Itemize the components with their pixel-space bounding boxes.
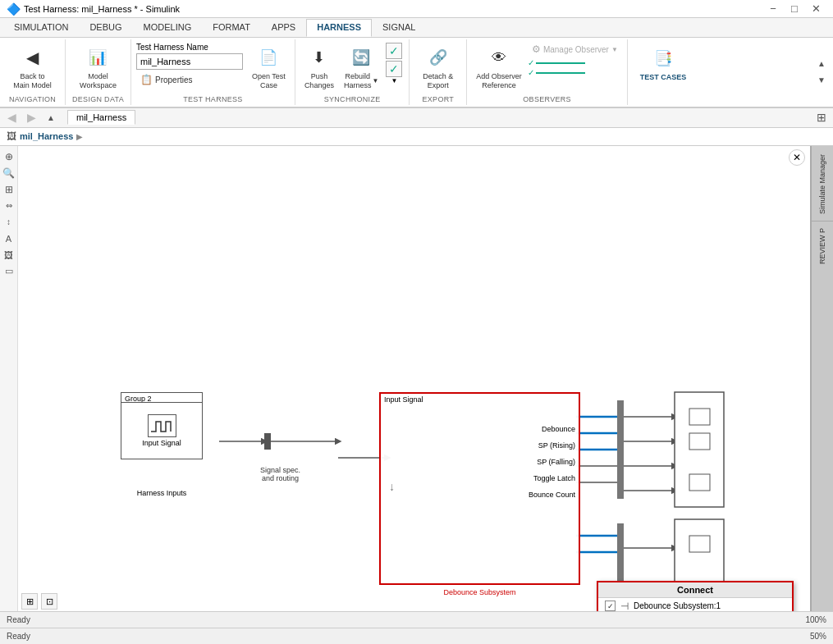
down-arrow-icon: ↓ (389, 480, 395, 493)
tab-format[interactable]: FORMAT (202, 19, 261, 37)
left-tb-text-icon[interactable]: A (2, 231, 16, 246)
test-cases-icon: 📑 (650, 45, 676, 71)
back-to-main-model-button[interactable]: ◀ Back toMain Model (9, 41, 56, 94)
manage-observer-button[interactable]: ⚙ Manage Observer ▼ (528, 41, 622, 57)
grid-icon-button[interactable]: ⊞ (813, 109, 830, 126)
tab-signal[interactable]: SIGNAL (372, 19, 426, 37)
waveform-icon (148, 414, 176, 437)
harness-inputs-block: Group 2 Input Signal Harness Inputs (121, 392, 219, 482)
sync-dropdown-arrow[interactable]: ▼ (391, 77, 397, 84)
add-observer-icon: 👁 (486, 44, 512, 71)
obs-check-icon-1: ✓ (528, 58, 534, 67)
harness-inputs-inner[interactable]: Input Signal (121, 402, 203, 459)
canvas-bottom-toolbar: ⊞ ⊡ (18, 591, 61, 611)
left-toolbar: ⊕ 🔍 ⊞ ⇔ ↕ A 🖼 ▭ (0, 146, 18, 611)
left-tb-zoom-icon[interactable]: 🔍 (2, 166, 16, 180)
svg-rect-17 (617, 523, 624, 581)
signal-spec-1-label: Signal spec.and routing (260, 466, 300, 482)
svg-rect-8 (617, 400, 624, 499)
review-panel-btn[interactable]: REVIEW P (818, 225, 826, 267)
properties-icon: 📋 (140, 74, 153, 85)
title-bar: 🔷 Test Harness: mil_Harness * - Simulink… (0, 0, 833, 18)
sync-check-btn1[interactable]: ✓ (386, 43, 402, 59)
synchronize-label: SYNCHRONIZE (324, 94, 381, 103)
maximize-button[interactable]: □ (784, 1, 805, 17)
ribbon-scroll-down[interactable]: ▼ (813, 72, 830, 89)
model-workspace-button[interactable]: 📊 ModelWorkspace (76, 41, 121, 94)
tab-modeling[interactable]: MODELING (133, 19, 203, 37)
tab-apps[interactable]: APPS (261, 19, 306, 37)
left-tb-image-icon[interactable]: 🖼 (2, 248, 16, 263)
ribbon-group-navigation: ◀ Back toMain Model NAVIGATION (0, 39, 66, 105)
svg-rect-22 (689, 536, 710, 552)
push-changes-icon: ⬇ (306, 44, 332, 71)
connect-item-1-label: Debounce Subsystem:1 (634, 601, 721, 610)
observer-check-row1: ✓ (528, 58, 622, 67)
connect-row-1[interactable]: ⊣ Debounce Subsystem:1 (598, 598, 792, 611)
test-harness-name-label: Test Harness Name (136, 43, 243, 52)
toolbar-forward-button[interactable]: ▶ (23, 109, 39, 126)
detach-export-button[interactable]: 🔗 Detach &Export (419, 41, 457, 94)
rebuild-dropdown-arrow[interactable]: ▼ (372, 77, 378, 84)
status-bar-2: Ready 50% (0, 628, 833, 644)
test-harness-name-input[interactable] (136, 53, 243, 70)
panel-divider (812, 221, 833, 222)
add-observer-button[interactable]: 👁 Add ObserverReference (472, 41, 526, 94)
canvas-zoom-fit-btn[interactable]: ⊞ (21, 593, 38, 610)
svg-rect-14 (689, 409, 710, 425)
observers-label: OBSERVERS (523, 94, 571, 103)
open-test-case-button[interactable]: 📄 Open TestCase (248, 41, 290, 94)
canvas-zoom-actual-btn[interactable]: ⊡ (41, 593, 57, 610)
debounce-subsystem-label: Debounce Subsystem (381, 588, 579, 596)
ribbon-tab-bar: SIMULATION DEBUG MODELING FORMAT APPS HA… (0, 18, 833, 38)
breadcrumb-home-icon: 🖼 (7, 130, 16, 142)
tab-simulation[interactable]: SIMULATION (3, 19, 79, 37)
observers-content: 👁 Add ObserverReference ⚙ Manage Observe… (472, 41, 622, 94)
sp-falling-port-label: SP (Falling) (537, 458, 575, 466)
connect-popup: Connect ⊣ Debounce Subsystem:1 ⊣ Debounc… (597, 581, 794, 611)
left-tb-fit-icon[interactable]: ⇔ (2, 199, 16, 213)
tab-debug[interactable]: DEBUG (79, 19, 132, 37)
manage-observer-icon: ⚙ (532, 43, 541, 55)
connect-checkbox-1[interactable] (605, 601, 616, 611)
debounce-subsystem-block[interactable]: Input Signal Debounce SP (Rising) SP (Fa… (379, 392, 580, 585)
obs-check-icon-2: ✓ (528, 68, 534, 77)
svg-rect-1 (264, 433, 271, 450)
toggle-latch-port-label: Toggle Latch (533, 474, 575, 482)
svg-rect-16 (689, 474, 710, 491)
left-tb-grid-icon[interactable]: ⊞ (2, 182, 16, 197)
ribbon: ◀ Back toMain Model NAVIGATION 📊 ModelWo… (0, 38, 833, 108)
tab-harness[interactable]: HARNESS (306, 19, 372, 37)
ribbon-group-export: 🔗 Detach &Export EXPORT (410, 39, 467, 105)
left-tb-compass-icon[interactable]: ⊕ (2, 149, 16, 164)
ribbon-group-synchronize: ⬇ PushChanges 🔄 RebuildHarness ▼ ✓ (295, 39, 410, 105)
export-content: 🔗 Detach &Export (419, 41, 457, 94)
test-cases-button[interactable]: 📑 TEST CASES (633, 41, 694, 85)
window-controls: − □ ✕ (762, 1, 826, 17)
toolbar-back-button[interactable]: ◀ (3, 109, 20, 126)
push-changes-button[interactable]: ⬇ PushChanges (300, 41, 338, 94)
harness-tab[interactable]: mil_Harness (67, 110, 135, 125)
bounce-count-port-label: Bounce Count (529, 491, 575, 499)
ribbon-group-test-cases: 📑 TEST CASES (628, 39, 699, 105)
canvas-close-button[interactable]: ✕ (789, 149, 805, 166)
tab-section: mil_Harness (66, 110, 135, 125)
synchronize-content: ⬇ PushChanges 🔄 RebuildHarness ▼ ✓ (300, 41, 404, 94)
title-bar-title: Test Harness: mil_Harness * - Simulink (24, 4, 762, 14)
properties-button[interactable]: 📋 Properties (136, 71, 243, 88)
sync-check-btn2[interactable]: ✓ (386, 61, 402, 77)
left-tb-rect-icon[interactable]: ▭ (2, 264, 16, 279)
rebuild-harness-button[interactable]: 🔄 RebuildHarness ▼ (340, 41, 382, 94)
test-cases-content: 📑 TEST CASES (633, 41, 694, 103)
rebuild-harness-section: 🔄 RebuildHarness ▼ (340, 41, 382, 94)
minimize-button[interactable]: − (762, 1, 784, 17)
toolbar-up-button[interactable]: ▲ (43, 109, 59, 126)
main-area: ⊕ 🔍 ⊞ ⇔ ↕ A 🖼 ▭ ✕ (0, 146, 833, 611)
simulate-manager-panel-btn[interactable]: Simulate Manager (818, 151, 826, 217)
close-button[interactable]: ✕ (805, 1, 826, 17)
ribbon-scroll-up[interactable]: ▲ (813, 56, 830, 72)
obs-line-2 (536, 72, 585, 74)
svg-rect-15 (689, 433, 710, 450)
breadcrumb-label[interactable]: mil_Harness (20, 131, 73, 141)
left-tb-arrow-icon[interactable]: ↕ (2, 215, 16, 230)
